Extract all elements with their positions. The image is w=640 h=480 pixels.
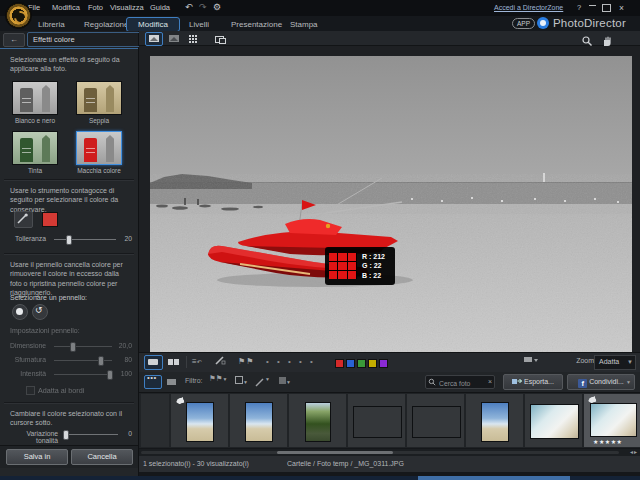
rating-dots[interactable]: • • • • • [266,353,316,370]
flag-icons[interactable]: ⚑⚑ [238,354,254,369]
search-box[interactable]: × [425,375,495,389]
search-input[interactable] [437,376,487,390]
thumbnail-8-selected[interactable]: ★★★★★ [584,394,640,447]
intensita-slider-row: Intensità 100 [6,369,132,379]
tab-modifica[interactable]: Modifica [126,17,180,32]
photo-viewer[interactable]: R : 212 G : 22 B : 22 [139,46,640,352]
effect-seppia[interactable]: Seppia [76,81,122,124]
color-label-blue[interactable] [346,359,355,368]
label-filter-dropdown[interactable]: ▼ [279,373,291,391]
main-photo[interactable]: R : 212 G : 22 B : 22 [150,56,632,352]
tag-icon [175,397,184,405]
color-label-green[interactable] [357,359,366,368]
menu-visualizza[interactable]: Visualizza [108,3,146,12]
five-star-rating[interactable]: ★★★★★ [593,438,622,445]
search-icon [428,378,436,386]
export-button[interactable]: Esporta... [503,374,563,390]
rating-filter-dropdown[interactable]: ▼ [235,373,248,391]
color-label-red[interactable] [335,359,344,368]
panel-title: Effetti colore [27,32,141,47]
scrollbar-thumb[interactable] [277,451,393,454]
help-button[interactable]: ? [575,3,583,12]
thumbnail-3[interactable] [289,394,346,447]
tolerance-slider-handle[interactable] [66,235,72,245]
filmstrip-scrollbar[interactable]: ◂▸ [139,449,640,456]
filmstrip-view-button[interactable]: ••• [144,375,162,389]
scroll-arrows[interactable]: ◂▸ [630,448,638,455]
thumbnail-4[interactable] [348,394,405,447]
tab-presentazione[interactable]: Presentazione [223,17,290,32]
filter-bar: ••• Filtro: ⚑⚑▼ ▼ ▼ ▼ × Esporta... fCond… [139,372,640,393]
view-single-button[interactable] [145,32,163,46]
maximize-button[interactable] [602,4,611,12]
tab-libreria[interactable]: Libreria [30,17,73,32]
export-icon [512,377,522,385]
hue-slider-handle[interactable] [63,430,69,440]
panel-header: ← Effetti colore [0,31,138,49]
color-brush-button[interactable] [12,304,28,320]
view-grid-button[interactable] [185,32,203,46]
color-label-yellow[interactable] [368,359,377,368]
rgb-g-value: G : 22 [362,261,385,270]
dimensione-slider-handle[interactable] [70,342,76,352]
color-label-purple[interactable] [379,359,388,368]
history-icon[interactable]: ≡↶ [192,354,202,370]
viewer-mode-single-button[interactable] [144,355,163,370]
photodirector-logo-icon [537,17,549,29]
intensita-slider[interactable] [54,374,112,375]
rgb-value-tooltip: R : 212 G : 22 B : 22 [325,247,395,285]
title-bar: File Modifica Foto Visualizza Guida ↶ ↷ … [0,0,640,16]
undo-icon[interactable]: ↶ [185,3,193,12]
fit-edges-checkbox[interactable] [26,386,35,395]
thumbnail-6[interactable] [466,394,523,447]
dimensione-slider[interactable] [54,346,112,347]
brush-settings-title: Impostazioni pennello: [10,326,130,335]
select-brush-label: Selezionare un pennello: [10,293,130,302]
module-tab-bar: Libreria Regolazione Modifica Livelli Pr… [0,16,640,32]
adjusted-filter-dropdown[interactable]: ▼ [255,370,270,388]
menu-foto[interactable]: Foto [86,3,105,12]
settings-gear-icon[interactable]: ⚙ [213,3,221,12]
redo-icon[interactable]: ↷ [199,3,207,12]
cancel-button[interactable]: Cancella [71,449,133,465]
adjustment-brush-icon[interactable] [214,354,226,371]
filmstrip-partial-cell [141,394,169,447]
eyedropper-button[interactable] [14,211,33,228]
intensita-slider-handle[interactable] [107,370,113,380]
close-button[interactable]: × [617,3,626,13]
thumbnail-2[interactable] [230,394,287,447]
erase-restore-brush-button[interactable]: ↺ [32,304,48,320]
back-arrow-button[interactable]: ← [3,33,25,47]
directorzone-login-link[interactable]: Accedi a DirectorZone [494,4,563,11]
thumbnail-5[interactable] [407,394,464,447]
tolerance-slider[interactable] [54,239,116,240]
sfumatura-slider[interactable] [54,360,112,361]
tab-livelli[interactable]: Livelli [181,17,217,32]
secondary-monitor-icon[interactable] [523,354,539,371]
save-in-button[interactable]: Salva in [6,449,68,465]
viewer-mode-split-button[interactable] [164,355,183,370]
sfumatura-slider-handle[interactable] [98,356,104,366]
zoom-tool-button[interactable] [579,32,597,46]
app-badge[interactable]: APP [512,18,535,29]
view-compare-button[interactable] [165,32,183,46]
share-button[interactable]: fCondividi... ▼ [567,374,635,390]
thumbnail-1[interactable] [171,394,228,447]
tab-stampa[interactable]: Stampa [282,17,326,32]
menu-guida[interactable]: Guida [148,3,172,12]
clear-search-icon[interactable]: × [488,378,492,385]
sfumatura-slider-row: Sfumatura 80 [6,355,132,365]
effect-tinta[interactable]: Tinta [12,131,58,174]
zoom-level-select[interactable]: Adatta▼ [594,355,636,370]
browser-view-button[interactable] [163,375,181,389]
menu-modifica[interactable]: Modifica [50,3,82,12]
hue-slider[interactable] [64,434,118,435]
share-dropdown-caret[interactable]: ▼ [626,376,631,389]
view-dual-display-button[interactable] [211,32,229,46]
effect-bianco-e-nero[interactable]: Bianco e nero [12,81,58,124]
pan-hand-button[interactable] [599,32,617,46]
flag-filter-dropdown[interactable]: ⚑⚑▼ [209,370,227,388]
minimize-button[interactable] [589,5,596,6]
thumbnail-7[interactable] [525,394,582,447]
effect-macchia-colore[interactable]: Macchia colore [76,131,122,174]
